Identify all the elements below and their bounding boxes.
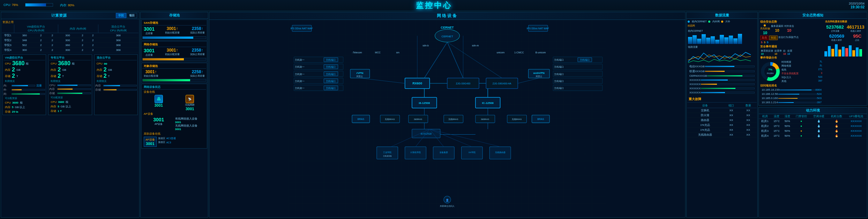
datetime-display: 2020/10/04 19:30:02 xyxy=(849,2,865,9)
attack-num-1: 5237682 正常流量 xyxy=(826,24,844,33)
area-row-2: 某校区 AC3 xyxy=(158,141,176,144)
svg-text:主机端口: 主机端口 xyxy=(580,59,590,61)
storage-resource: 存储 2 T xyxy=(3,73,45,79)
svg-text:主机端口: 主机端口 xyxy=(326,73,336,75)
mix-mem-progress: 内存 xyxy=(95,84,137,88)
network-devices-title: 网络设备 xyxy=(209,12,685,20)
svg-text:B-unicom: B-unicom xyxy=(536,51,546,54)
svg-text:主机端口: 主机端口 xyxy=(554,66,564,68)
svg-text:sdn-b: sdn-b xyxy=(422,44,429,47)
pro-storage-alloc: 存储 1 T xyxy=(49,109,91,113)
traffic-labels: 校内CERNET 内外网 片外 校园网 xyxy=(687,19,757,29)
vm-cpu-alloc: CPU 3680 核 xyxy=(3,100,45,105)
fault-table: 设备 端口 数量 交换机XXXX 防火墙XXXX xyxy=(687,103,757,137)
ap-devices-label: AP设备 xyxy=(142,112,206,116)
network-diagram-section: 网络设备 IPS D xyxy=(209,12,686,218)
platform-stats-row: VM虚拟化平台 CPU 3680 核 内存 2 GB xyxy=(2,54,139,116)
svg-text:主机端口: 主机端口 xyxy=(326,59,336,61)
pro-mem-progress: 内存 xyxy=(49,87,91,91)
vm-mem-progress: 外: xyxy=(3,88,45,92)
obj-total: 3001↑ 初始分配容量 xyxy=(144,69,158,78)
obj-actual: 2258↑ 实际占用容量 xyxy=(190,69,205,78)
svg-text:主机架一: 主机架一 xyxy=(295,80,305,82)
mix-storage: 存储 2 T xyxy=(95,73,137,79)
svg-rect-128 xyxy=(856,47,859,56)
fault-row: 防火墙XXXX xyxy=(687,113,757,118)
visit-1: 10.185.16.239 8864 xyxy=(760,88,823,92)
svg-rect-123 xyxy=(838,50,841,56)
svg-text:主机端口: 主机端口 xyxy=(554,87,564,89)
power-row-4: 机房4 15°C 50% ● 💧 🔥 XXXXXX xyxy=(759,134,867,138)
svg-text:跨站脚本: 跨站脚本 xyxy=(767,72,774,74)
compute-title: 计算资源 学院 项目 xyxy=(1,12,139,19)
incident-row-3: 处 10 xyxy=(783,49,786,55)
svg-text:主机架一: 主机架一 xyxy=(295,59,305,61)
link-stats: 电信XXXGB 联通XXXGB CERNXXXGB XXXXXX xyxy=(688,64,756,95)
wired-wireless-counts: 有线网络接入设备 3001 无线网络接入设备 3001 xyxy=(175,117,205,131)
fault-row: 路由器XXXX xyxy=(687,118,757,123)
svg-text:无线BRAS: 无线BRAS xyxy=(448,118,458,120)
power-row-2: 机房2 15°C 50% ● 💧 🔥 XXXXXX xyxy=(759,124,867,129)
fraud-stat: 高危欺骗 10 xyxy=(760,24,770,35)
net-alloc: 3001↑ 初始分配容量 xyxy=(165,48,180,57)
compute-tabs[interactable]: 学院 项目 xyxy=(116,13,137,18)
svg-text:外部单位访问人: 外部单位访问人 xyxy=(440,205,455,207)
security-title: 安全态势感知 xyxy=(759,12,867,19)
legend-dot-1 xyxy=(688,21,690,23)
table-row: 学院3 50222 36022 368 xyxy=(2,43,139,48)
visit-2: 10.186.12.56 524 xyxy=(760,92,823,96)
event-level-1: 时间维度7L xyxy=(781,60,822,64)
object-storage: 对象存储池 3001↑ 初始分配容量 2258↑ 实际占用容量 xyxy=(141,63,207,83)
pro-storage: 存储 2 T xyxy=(49,73,91,79)
svg-rect-127 xyxy=(852,50,855,56)
top-stats: CPU: 76% 内存: 80% xyxy=(3,3,74,8)
top-bar: CPU: 76% 内存: 80% 监控中心 2020/10/04 19:30:0… xyxy=(0,0,868,11)
svg-text:MCC: MCC xyxy=(375,51,381,54)
svg-text:主机端口: 主机端口 xyxy=(554,73,564,75)
svg-rect-120 xyxy=(828,46,831,56)
security-col: 安全态势感知 综合安全态势 高危欺骗 10 xyxy=(758,12,867,218)
mem-resource: 内存 2 GB xyxy=(3,67,45,73)
tab-project[interactable]: 项目 xyxy=(127,13,137,18)
svg-text:计算机学院: 计算机学院 xyxy=(410,151,421,153)
svg-text:主机端口: 主机端口 xyxy=(554,59,564,61)
link-3: CERNXXXGB xyxy=(688,74,756,78)
svg-text:BRAS: BRAS xyxy=(537,118,544,120)
san-bar xyxy=(142,36,206,39)
devices-online-row1: 晶 3001 📡 无线网桥 3001 xyxy=(142,94,206,112)
cpu-resource: CPU 3680 核 xyxy=(3,60,45,67)
traffic-sublabel: 校园网 xyxy=(688,24,756,28)
security-bar-chart xyxy=(824,43,865,56)
pro-mem-alloc: 内存 5 GB 以上 xyxy=(49,104,91,109)
svg-rect-124 xyxy=(842,47,845,56)
incident-stats: 教育部反馈 10 处置率 10 处 10 xyxy=(760,49,824,55)
svg-text:主机端口: 主机端口 xyxy=(326,87,336,89)
svg-text:unicom: unicom xyxy=(497,51,505,54)
devices-online-label: 设备在线 xyxy=(142,90,206,94)
table-row: 学院4 30022 30022 368 xyxy=(2,48,139,53)
network-storage: 网络存储池 3001 总容量 3001↑ 初始分配容量 2358↑ 实际占用容量 xyxy=(141,41,207,62)
ap-devices-row: 3001 AP设备 有线网络接入设备 3001 无线网络接入设备 3001 xyxy=(142,116,206,131)
tab-college[interactable]: 学院 xyxy=(116,13,126,18)
link-1: 电信XXXGB xyxy=(688,64,756,69)
net-storage-bar xyxy=(142,58,206,61)
svg-text:ZJG-S9G400-HA: ZJG-S9G400-HA xyxy=(493,82,511,85)
power-table: 机房 温度 湿度 门禁管控 空调水暖 机柜台数 UPS蓄电池 机房1 15°C xyxy=(759,114,867,138)
attack-count-section: 虫虫和机器攻击数据 5237682 正常流量 4617113 机器人请求 xyxy=(824,20,866,105)
vuln-stat: 服务器漏洞 10 xyxy=(771,24,783,35)
legend-dot-3 xyxy=(721,21,723,23)
fault-row: 无线路由器XXXX xyxy=(687,133,757,137)
mem-stat: 内存: 80% xyxy=(60,3,74,8)
svg-text:3EBRAS: 3EBRAS xyxy=(481,118,489,120)
fault-section: 重大故障 设备 端口 数量 交换机XXXX xyxy=(687,96,757,138)
fault-title: 重大故障 xyxy=(687,96,757,103)
mix-mem: 内存 2 GB xyxy=(95,67,137,73)
resource-usage-area: 资源占用 VM虚拟化平台CPU 内/外/闲 内存 内/外/闲 混合云平台CPU … xyxy=(1,19,139,116)
event-dist-row: 7% 跨站脚本 时间维度7L 网络维度2L xyxy=(760,60,824,83)
resource-table: VM虚拟化平台CPU 内/外/闲 内存 内/外/闲 混合云平台CPU 内/外/闲… xyxy=(2,24,139,53)
svg-rect-125 xyxy=(845,48,848,56)
svg-text:sdn-m: sdn-m xyxy=(472,44,479,47)
svg-rect-122 xyxy=(835,44,838,56)
visit-3: 10.185.0.160 503 xyxy=(760,96,823,100)
svg-text:主机端口: 主机端口 xyxy=(554,80,564,82)
